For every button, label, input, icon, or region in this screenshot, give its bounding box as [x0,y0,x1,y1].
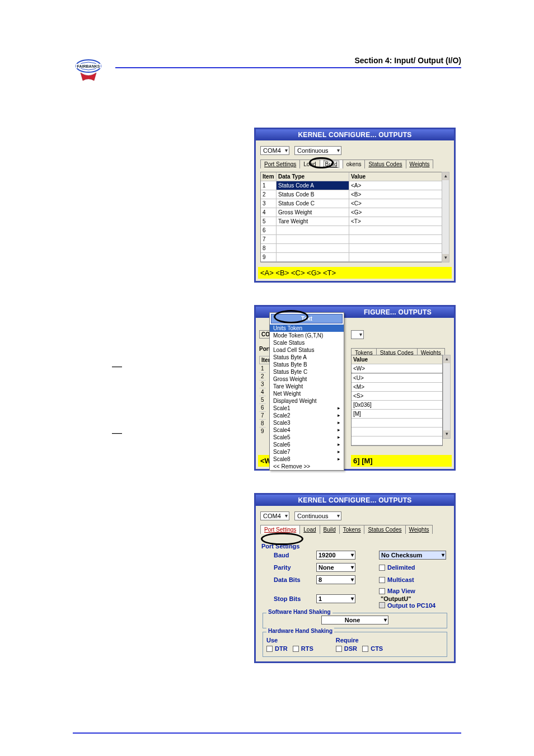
stopbits-select[interactable]: 1 [316,594,355,603]
mode-select[interactable]: Continuous [294,146,341,155]
popup-item[interactable]: Units Token [270,325,344,332]
tab-tokens[interactable]: Tokens [339,525,365,534]
grid-row[interactable]: <U> [352,374,442,383]
mode-select-blank[interactable] [351,330,364,339]
grid-row[interactable] [352,436,442,445]
fairbanks-logo: FAIRBANKS [73,56,104,83]
baud-label: Baud [274,552,313,558]
scroll-up-icon[interactable]: ▴ [443,355,450,363]
com-port-select[interactable]: COM4 [260,146,289,155]
grid-row[interactable]: 9 [261,253,449,262]
mode-select[interactable]: Continuous [294,511,341,520]
stopbits-label: Stop Bits [274,595,313,602]
grid-scrollbar[interactable]: ▴ ▾ [442,172,449,262]
scroll-up-icon[interactable]: ▴ [442,172,449,180]
grid-row[interactable]: [M] [352,410,442,419]
row-num: 2 [259,373,266,381]
row-num: 1 [259,365,266,373]
hw-require-label: Require [336,637,383,644]
popup-item[interactable]: Tare Weight [270,383,344,390]
popup-item[interactable]: Scale6▸ [270,441,344,448]
popup-item[interactable]: Scale5▸ [270,434,344,441]
tab-build[interactable]: Build [320,525,340,534]
popup-item[interactable]: << Remove >> [270,463,344,470]
grid-row[interactable]: 8 [261,244,449,253]
grid-row[interactable]: <S> [352,392,442,401]
footer-rule [73,732,461,734]
com-port-select[interactable]: COM4 [260,511,289,520]
row-num: 4 [259,388,266,396]
popup-item[interactable]: Displayed Weight [270,397,344,405]
pc104-checkbox[interactable]: Output to PC104 [379,602,435,609]
grid-row[interactable]: 3Status Code C<C> [261,199,449,208]
kernel-outputs-build-window: KERNEL CONFIGURE... OUTPUTS COM4 Continu… [254,128,456,283]
grid-row[interactable]: [0x036] [352,401,442,410]
token-values-grid: Value <W> <U> <M> <S> [0x036] [M] [351,355,443,446]
tab-status-codes[interactable]: Status Codes [364,159,406,168]
checksum-select[interactable]: No Checksum [379,551,446,560]
mapview-checkbox[interactable]: Map View [379,588,415,594]
tab-port-settings[interactable]: Port Settings [260,159,300,168]
hw-legend: Hardware Hand Shaking [266,628,334,634]
grid-row[interactable]: 1 Status Code A <A> [261,181,449,190]
dsr-checkbox[interactable]: DSR [336,645,357,652]
popup-item[interactable]: Scale1▸ [270,405,344,412]
popup-item[interactable]: Scale4▸ [270,426,344,434]
grid-row[interactable]: 2Status Code B<B> [261,190,449,199]
row-num: 5 [259,396,266,404]
grid-row[interactable]: 6 [261,226,449,235]
databits-label: Data Bits [274,576,313,583]
scroll-down-icon[interactable]: ▾ [442,254,449,262]
scroll-down-icon[interactable]: ▾ [443,430,450,438]
col-item: Item [261,172,277,181]
popup-item[interactable]: Scale3▸ [270,419,344,426]
tab-weights[interactable]: Weights [406,159,434,168]
window-title: KERNEL CONFIGURE... OUTPUTS [256,495,454,506]
popup-item[interactable]: Scale8▸ [270,456,344,463]
baud-select[interactable]: 19200 [316,551,355,560]
popup-item[interactable]: Scale Status [270,339,344,346]
popup-item[interactable]: Scale7▸ [270,448,344,456]
parity-select[interactable]: None [316,563,355,572]
cts-checkbox[interactable]: CTS [362,645,383,652]
rts-checkbox[interactable]: RTS [293,645,313,652]
popup-item[interactable]: Status Byte B [270,361,344,368]
tab-load[interactable]: Load [299,525,320,534]
grid-row[interactable]: 5Tare Weight<T> [261,217,449,226]
col-value: Value [352,355,442,364]
tab-status-codes[interactable]: Status Codes [364,525,405,534]
window-title: KERNEL CONFIGURE... OUTPUTS [256,129,454,140]
popup-item[interactable]: Gross Weight [270,375,344,383]
grid-row[interactable]: <M> [352,383,442,392]
output-items-grid: Item Data Type Value 1 Status Code A <A>… [260,172,449,262]
tab-tokens-cut[interactable]: okens [343,159,366,168]
section-header: Section 4: Input/ Output (I/O) [115,56,461,68]
grid-row[interactable] [352,428,442,436]
popup-item[interactable]: Status Byte A [270,354,344,361]
row-num: 8 [259,420,266,428]
tab-weights[interactable]: Weights [405,525,433,534]
popup-item[interactable]: Scale2▸ [270,412,344,419]
popup-item[interactable]: Load Cell Status [270,346,344,354]
sw-handshake-select[interactable]: None [321,616,388,624]
row-num: 7 [259,412,266,420]
mapview-extra: "OutputU" [381,595,411,602]
grid-row[interactable]: <W> [352,364,442,374]
delimited-checkbox[interactable]: Delimited [379,564,446,571]
bullet-dashes: — — [112,358,122,441]
grid-row[interactable]: 7 [261,235,449,244]
row-num: 3 [259,381,266,388]
dtr-checkbox[interactable]: DTR [266,645,288,652]
grid-scrollbar[interactable]: ▴ ▾ [443,355,451,439]
build-highlight-circle [309,157,334,168]
popup-item[interactable]: Mode Token (G,T,N) [270,332,344,339]
sw-legend: Software Hand Shaking [266,609,332,615]
popup-item[interactable]: Status Byte C [270,368,344,375]
databits-select[interactable]: 8 [316,575,355,584]
port-settings-highlight-circle [261,533,303,545]
grid-row[interactable] [352,419,442,428]
grid-row[interactable]: 4Gross Weight<G> [261,208,449,217]
popup-item[interactable]: Net Weight [270,390,344,397]
multicast-checkbox[interactable]: Multicast [379,576,446,583]
kernel-outputs-port-settings-window: KERNEL CONFIGURE... OUTPUTS COM4 Continu… [254,493,456,663]
